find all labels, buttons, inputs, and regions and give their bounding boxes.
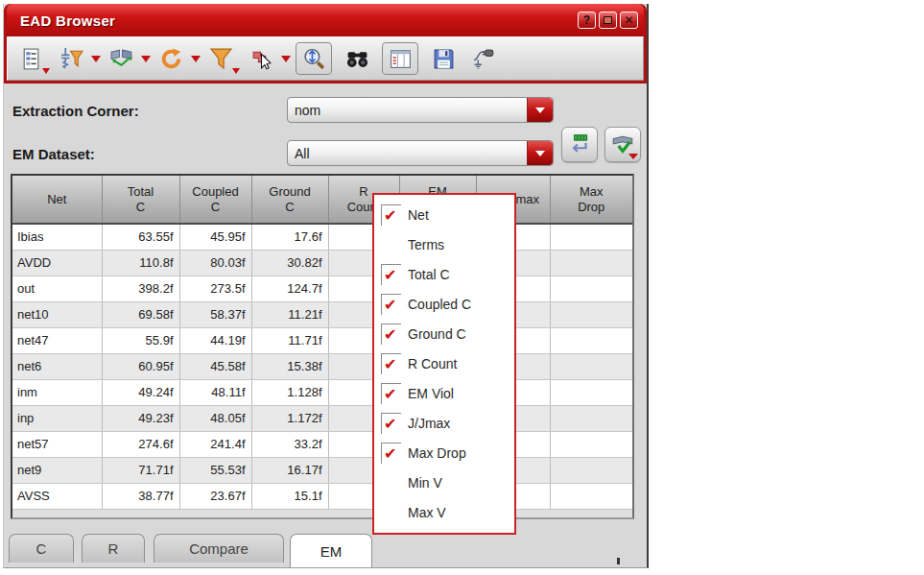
max-drop-cell	[550, 250, 632, 276]
max-drop-cell	[550, 457, 632, 483]
tab-em[interactable]: EM	[290, 534, 372, 567]
coupled-c-cell: 45.58f	[179, 353, 251, 379]
table-row[interactable]: out 398.2f 273.5f 124.7f 2	[12, 276, 632, 301]
menu-item[interactable]: ✔ Net	[374, 200, 514, 229]
table-row[interactable]: net6 60.95f 45.58f 15.38f 2	[12, 353, 632, 379]
table-row[interactable]: net57 274.6f 241.4f 33.2f 1	[12, 431, 632, 457]
table-row[interactable]: AVDD 110.8f 80.03f 30.82f 2	[12, 250, 632, 276]
ground-c-cell: 16.17f	[251, 457, 328, 483]
menu-item-label: Total C	[408, 267, 450, 282]
tab-r[interactable]: R	[82, 534, 145, 563]
total-c-cell: 63.55f	[102, 224, 179, 250]
ground-c-cell: 17.6f	[251, 224, 328, 250]
total-c-cell: 49.23f	[102, 405, 179, 431]
ground-c-cell: 11.71f	[251, 327, 328, 353]
menu-item[interactable]: ✔ Ground C	[374, 319, 514, 348]
resize-grip[interactable]	[617, 558, 620, 564]
toolbar	[7, 36, 644, 81]
ground-c-cell: 124.7f	[251, 276, 328, 301]
tab-c[interactable]: C	[9, 534, 74, 563]
column-header-max-drop[interactable]: MaxDrop	[550, 176, 632, 224]
titlebar[interactable]: EAD Browser ? ✕	[7, 4, 644, 36]
table-row[interactable]: inm 49.24f 48.11f 1.128f 2	[12, 379, 632, 405]
select-probe-button[interactable]	[246, 42, 276, 75]
window-frame-top: EAD Browser ? ✕	[4, 4, 647, 84]
parasitics-filter-icon	[59, 47, 83, 71]
reload-dataset-button[interactable]	[561, 127, 598, 162]
table-row[interactable]: net47 55.9f 44.19f 11.71f 2	[12, 327, 632, 353]
menu-item-label: Max Drop	[408, 445, 466, 461]
menu-item-label: Net	[408, 207, 429, 223]
coupled-c-cell: 273.5f	[179, 276, 251, 301]
save-button[interactable]	[428, 42, 459, 75]
report-button[interactable]	[15, 42, 46, 75]
extraction-corner-label: Extraction Corner:	[12, 103, 139, 119]
close-button[interactable]: ✕	[620, 12, 638, 29]
coupled-c-cell: 241.4f	[179, 431, 251, 457]
chevron-down-icon[interactable]	[527, 141, 553, 165]
total-c-cell: 110.8f	[102, 250, 179, 276]
chevron-down-icon[interactable]	[628, 154, 638, 159]
table-columns-icon	[389, 47, 413, 71]
backannotate-button[interactable]	[468, 42, 499, 75]
menu-item[interactable]: ✔ J/Jmax	[374, 408, 514, 438]
ground-c-cell: 30.82f	[251, 250, 328, 276]
menu-item[interactable]: ✔ Coupled C	[374, 289, 514, 319]
probe-nets-button[interactable]	[106, 42, 136, 75]
chevron-down-icon[interactable]	[232, 68, 240, 74]
column-header-net[interactable]: Net	[12, 176, 102, 224]
total-c-cell: 274.6f	[102, 431, 179, 457]
menu-item[interactable]: ✔ Min V	[374, 467, 514, 497]
table-row[interactable]: Ibias 63.55f 45.95f 17.6f 3	[12, 224, 632, 250]
extraction-corner-select[interactable]: nom	[287, 97, 554, 123]
checkmark-icon: ✔	[384, 266, 396, 284]
menu-item[interactable]: ✔ Max V	[374, 497, 514, 527]
chevron-down-icon[interactable]	[191, 56, 201, 62]
max-drop-cell	[550, 431, 632, 457]
table-row[interactable]: inp 49.23f 48.05f 1.172f 2	[12, 405, 632, 431]
chevron-down-icon[interactable]	[42, 68, 50, 74]
chevron-down-icon[interactable]	[141, 56, 151, 62]
checkmark-icon: ✔	[384, 415, 396, 433]
net-cell: net10	[12, 301, 102, 327]
menu-item[interactable]: ✔ Terms	[374, 229, 514, 259]
checkbox: ✔	[381, 204, 401, 226]
column-header-total-c[interactable]: TotalC	[102, 176, 179, 224]
tab-compare[interactable]: Compare	[154, 534, 284, 563]
menu-item-label: Min V	[408, 475, 442, 491]
parasitics-filter-button[interactable]	[56, 42, 86, 75]
help-button[interactable]: ?	[578, 12, 596, 29]
checkbox: ✔	[381, 502, 401, 523]
search-button[interactable]	[342, 42, 372, 75]
total-c-cell: 71.71f	[102, 457, 179, 483]
table-columns-button[interactable]	[382, 42, 418, 75]
down-triangle-icon	[535, 151, 545, 156]
em-dataset-label: EM Dataset:	[12, 146, 95, 162]
em-dataset-select[interactable]: All	[287, 140, 554, 166]
menu-item[interactable]: ✔ Max Drop	[374, 438, 514, 467]
menu-item[interactable]: ✔ EM Viol	[374, 378, 514, 408]
column-header-coupled-c[interactable]: CoupledC	[179, 176, 251, 224]
column-header-ground-c[interactable]: GroundC	[251, 176, 328, 224]
net-cell: AVSS	[12, 483, 102, 509]
total-c-cell: 38.77f	[102, 483, 179, 509]
column-visibility-menu: ✔ Net ✔ Terms ✔ Total C ✔ Coupled C ✔ Gr…	[372, 193, 516, 535]
table-row[interactable]: net10 69.58f 58.37f 11.21f 2	[12, 301, 632, 327]
zoom-fit-button[interactable]	[296, 42, 332, 75]
probe-nets-icon	[109, 47, 133, 71]
undo-button[interactable]	[155, 42, 186, 75]
menu-item-label: Ground C	[408, 326, 466, 342]
chevron-down-icon[interactable]	[527, 98, 553, 122]
max-drop-cell	[550, 224, 632, 250]
apply-checks-button[interactable]	[604, 127, 641, 162]
menu-item[interactable]: ✔ R Count	[374, 348, 514, 378]
table-row[interactable]: net9 71.71f 55.53f 16.17f 1	[12, 457, 632, 483]
table-row[interactable]: AVSS 38.77f 23.67f 15.1f 1	[12, 483, 632, 509]
chevron-down-icon[interactable]	[281, 56, 291, 62]
restore-button[interactable]	[599, 12, 617, 29]
ground-c-cell: 1.172f	[251, 405, 328, 431]
filter-button[interactable]	[205, 42, 236, 75]
net-cell: out	[12, 276, 102, 301]
chevron-down-icon[interactable]	[91, 56, 101, 62]
menu-item[interactable]: ✔ Total C	[374, 259, 514, 289]
